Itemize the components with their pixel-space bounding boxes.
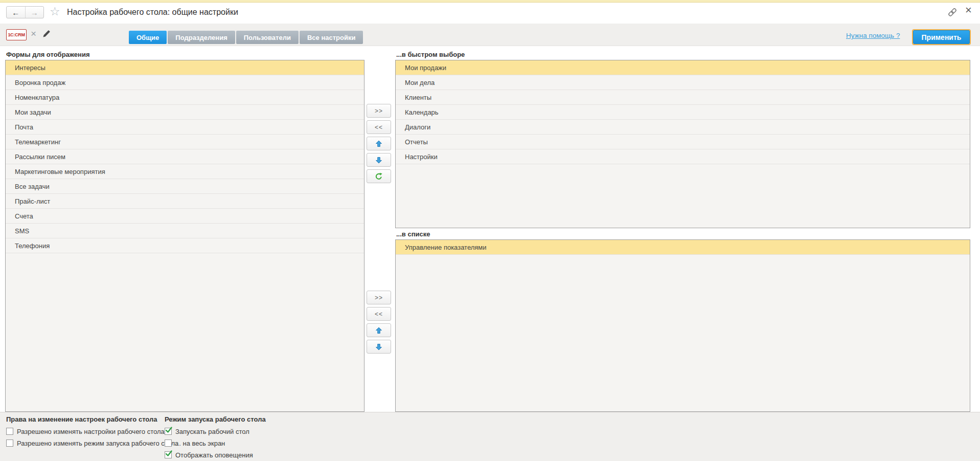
checkbox[interactable] <box>6 428 13 435</box>
move-all-left-button[interactable]: << <box>367 307 391 321</box>
checkbox-row[interactable]: Разрешено изменять настройки рабочего ст… <box>6 427 178 435</box>
list-item[interactable]: Телефония <box>6 238 364 253</box>
list-item-label: Настройки <box>405 153 438 161</box>
list-item-label: SMS <box>15 227 29 235</box>
list-item-label: Телемаркетинг <box>15 138 61 146</box>
clear-icon[interactable]: × <box>31 28 36 39</box>
favorite-star-icon[interactable]: ☆ <box>50 5 60 18</box>
list-item[interactable]: Номенклатура <box>6 90 364 105</box>
arrow-up-icon <box>375 140 383 148</box>
tab[interactable]: Все настройки <box>300 31 363 44</box>
bottom-settings-bar: Права на изменение настроек рабочего сто… <box>0 412 980 461</box>
tab[interactable]: Общие <box>129 31 167 44</box>
list-item[interactable]: Счета <box>6 209 364 224</box>
list-item-label: Отчеты <box>405 138 428 146</box>
edit-pencil-icon[interactable] <box>42 29 51 40</box>
list-item[interactable]: Маркетинговые мероприятия <box>6 164 364 179</box>
list-item-label: Номенклатура <box>15 94 59 101</box>
close-icon[interactable]: × <box>965 4 972 17</box>
permissions-group-header: Права на изменение настроек рабочего сто… <box>6 415 178 423</box>
move-down-button[interactable] <box>367 153 391 167</box>
get-link-icon[interactable] <box>946 7 959 19</box>
list-item-label: Клиенты <box>405 94 431 101</box>
move-all-right-button[interactable]: >> <box>367 104 391 118</box>
list-item-label: Прайс-лист <box>15 197 50 205</box>
list-item-label: Интересы <box>15 64 45 72</box>
list-item-label: Управление показателями <box>405 244 487 251</box>
checkbox-label: Разрешено изменять режим запуска рабочег… <box>17 440 178 447</box>
tab[interactable]: Пользователи <box>236 31 299 44</box>
list-item-label: Мои задачи <box>15 108 51 116</box>
list-item[interactable]: Все задачи <box>6 179 364 194</box>
back-button[interactable]: ← <box>7 7 26 18</box>
list-item-label: Телефония <box>15 242 50 250</box>
list-item-label: Диалоги <box>405 123 430 131</box>
list-panel-header: ...в списке <box>396 230 430 238</box>
move-up-button[interactable] <box>367 323 391 337</box>
checkbox-label: Разрешено изменять настройки рабочего ст… <box>17 428 165 435</box>
forms-panel-header: Формы для отображения <box>6 51 90 58</box>
checkbox-row[interactable]: Запускать рабочий стол <box>165 427 266 435</box>
list-item-label: Воронка продаж <box>15 79 65 86</box>
list-item[interactable]: Клиенты <box>396 90 970 105</box>
checkbox-label: ... на весь экран <box>175 440 225 447</box>
move-all-right-button[interactable]: >> <box>367 291 391 304</box>
list-item[interactable]: SMS <box>6 224 364 238</box>
list-item[interactable]: Мои задачи <box>6 105 364 120</box>
list-item[interactable]: Воронка продаж <box>6 75 364 90</box>
checkbox[interactable] <box>165 451 172 458</box>
list-item-label: Рассылки писем <box>15 153 65 161</box>
launch-mode-group: Режим запуска рабочего стола Запускать р… <box>165 415 266 461</box>
quick-pick-panel: Мои продажи Мои дела Клиенты Календарь Д… <box>395 60 970 228</box>
refresh-button[interactable] <box>367 169 391 183</box>
list-item[interactable]: Мои дела <box>396 75 970 90</box>
title-bar: ← → ☆ Настройка рабочего стола: общие на… <box>0 3 980 24</box>
checkbox-row[interactable]: ... на весь экран <box>165 439 266 447</box>
permissions-checkbox-list: Разрешено изменять настройки рабочего ст… <box>6 427 178 447</box>
list-item[interactable]: Настройки <box>396 149 970 164</box>
checkbox-row[interactable]: Разрешено изменять режим запуска рабочег… <box>6 439 178 447</box>
list-item[interactable]: Почта <box>6 120 364 135</box>
help-link[interactable]: Нужна помощь ? <box>846 32 900 39</box>
list-item[interactable]: Интересы <box>6 60 364 75</box>
list-item[interactable]: Прайс-лист <box>6 194 364 209</box>
move-up-button[interactable] <box>367 137 391 150</box>
tab-bar: Общие Подразделения Пользователи Все нас… <box>129 31 363 44</box>
launch-checkbox-list: Запускать рабочий стол ... на весь экран <box>165 427 266 459</box>
list-item-label: Мои продажи <box>405 64 446 72</box>
list-item[interactable]: Мои продажи <box>396 60 970 75</box>
forms-panel: Интересы Воронка продаж Номенклатура Мои… <box>5 60 364 412</box>
list-item-label: Почта <box>15 123 33 131</box>
move-all-left-button[interactable]: << <box>367 120 391 134</box>
checkbox-label: Запускать рабочий стол <box>175 428 249 435</box>
apply-button[interactable]: Применить <box>913 30 970 44</box>
list-item[interactable]: Диалоги <box>396 120 970 135</box>
list-item[interactable]: Отчеты <box>396 135 970 149</box>
checkbox-row[interactable]: Отображать оповещения <box>165 451 266 459</box>
list-item-label: Календарь <box>405 108 439 116</box>
list-panel: Управление показателями <box>395 239 970 412</box>
checkbox[interactable] <box>165 440 172 447</box>
list-item[interactable]: Телемаркетинг <box>6 135 364 149</box>
transfer-buttons-bottom: >> << <box>367 291 391 354</box>
content-area: Формы для отображения Интересы Воронка п… <box>0 46 980 412</box>
list-item-label: Все задачи <box>15 183 50 190</box>
checkmark-icon <box>165 426 173 434</box>
permissions-group: Права на изменение настроек рабочего сто… <box>6 415 178 451</box>
list-item-label: Счета <box>15 212 33 220</box>
list-item[interactable]: Рассылки писем <box>6 149 364 164</box>
forward-button[interactable]: → <box>26 7 44 18</box>
move-down-button[interactable] <box>367 340 391 354</box>
page-title: Настройка рабочего стола: общие настройк… <box>67 8 238 17</box>
tab-label: Пользователи <box>244 34 291 41</box>
quick-pick-panel-header: ...в быстром выборе <box>396 51 465 58</box>
tab[interactable]: Подразделения <box>168 31 235 44</box>
tab-label: Подразделения <box>175 34 227 41</box>
launch-mode-group-header: Режим запуска рабочего стола <box>165 415 266 423</box>
list-item[interactable]: Календарь <box>396 105 970 120</box>
list-item[interactable]: Управление показателями <box>396 240 970 255</box>
checkbox-label: Отображать оповещения <box>175 451 253 459</box>
checkbox[interactable] <box>6 440 13 447</box>
checkbox[interactable] <box>165 428 172 435</box>
list-item-label: Маркетинговые мероприятия <box>15 168 105 175</box>
